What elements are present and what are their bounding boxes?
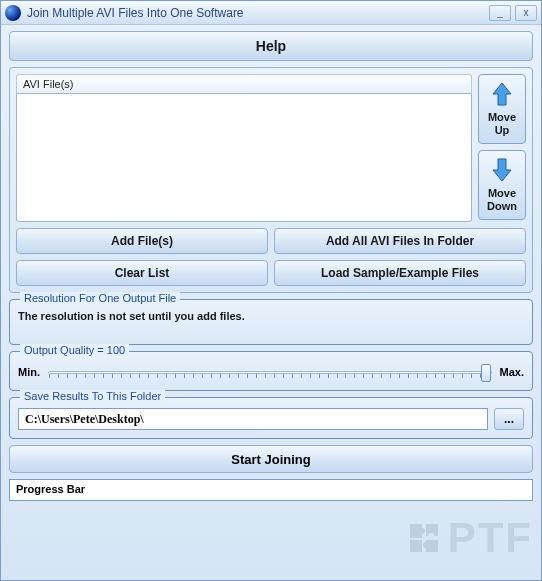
browse-button[interactable]: ... bbox=[494, 408, 524, 430]
quality-slider[interactable] bbox=[48, 362, 492, 382]
files-panel: AVI File(s) Move Up Move Down bbox=[9, 67, 533, 293]
move-down-button[interactable]: Move Down bbox=[478, 150, 526, 220]
quality-min-label: Min. bbox=[18, 366, 40, 378]
minimize-button[interactable]: _ bbox=[489, 5, 511, 21]
move-down-label: Move Down bbox=[487, 187, 517, 213]
arrow-down-icon bbox=[491, 157, 513, 183]
save-fieldset: Save Results To This Folder ... bbox=[9, 397, 533, 439]
save-legend: Save Results To This Folder bbox=[20, 390, 165, 402]
app-icon bbox=[5, 5, 21, 21]
watermark: PTF bbox=[406, 514, 533, 562]
resolution-text: The resolution is not set until you add … bbox=[18, 310, 524, 322]
window-controls: _ x bbox=[489, 5, 537, 21]
titlebar[interactable]: Join Multiple AVI Files Into One Softwar… bbox=[1, 1, 541, 25]
resolution-fieldset: Resolution For One Output File The resol… bbox=[9, 299, 533, 345]
quality-fieldset: Output Quality = 100 Min. Max. bbox=[9, 351, 533, 391]
clear-list-button[interactable]: Clear List bbox=[16, 260, 268, 286]
quality-legend: Output Quality = 100 bbox=[20, 344, 129, 356]
slider-thumb[interactable] bbox=[481, 364, 491, 382]
load-sample-button[interactable]: Load Sample/Example Files bbox=[274, 260, 526, 286]
content-area: Help AVI File(s) Move Up bbox=[1, 25, 541, 507]
arrow-up-icon bbox=[491, 81, 513, 107]
move-up-button[interactable]: Move Up bbox=[478, 74, 526, 144]
start-joining-button[interactable]: Start Joining bbox=[9, 445, 533, 473]
resolution-legend: Resolution For One Output File bbox=[20, 292, 180, 304]
file-list[interactable] bbox=[16, 94, 472, 222]
add-files-button[interactable]: Add File(s) bbox=[16, 228, 268, 254]
puzzle-icon bbox=[406, 520, 442, 556]
save-path-input[interactable] bbox=[18, 408, 488, 430]
move-up-label: Move Up bbox=[488, 111, 516, 137]
close-button[interactable]: x bbox=[515, 5, 537, 21]
help-button[interactable]: Help bbox=[9, 31, 533, 61]
app-window: Join Multiple AVI Files Into One Softwar… bbox=[0, 0, 542, 581]
quality-max-label: Max. bbox=[500, 366, 524, 378]
add-folder-button[interactable]: Add All AVI Files In Folder bbox=[274, 228, 526, 254]
file-list-header[interactable]: AVI File(s) bbox=[16, 74, 472, 94]
progress-bar: Progress Bar bbox=[9, 479, 533, 501]
window-title: Join Multiple AVI Files Into One Softwar… bbox=[27, 6, 489, 20]
